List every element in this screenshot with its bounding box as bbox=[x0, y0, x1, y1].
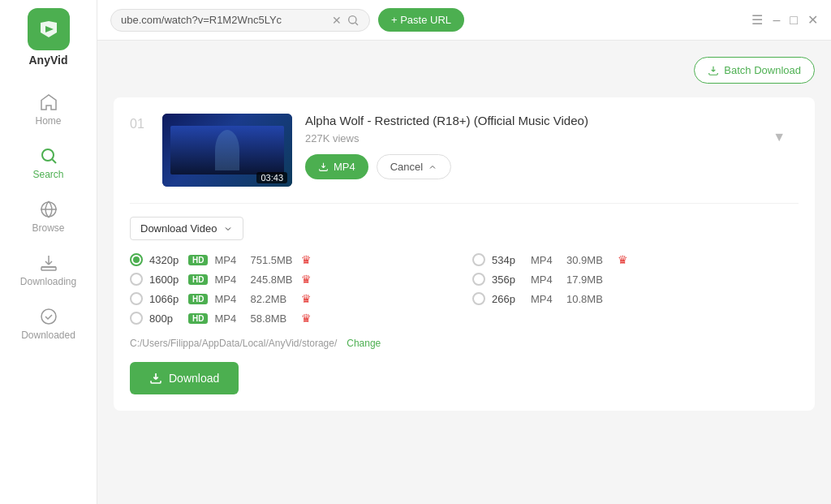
cancel-button[interactable]: Cancel bbox=[377, 154, 451, 179]
menu-button[interactable]: ☰ bbox=[751, 12, 763, 28]
paste-url-button[interactable]: + Paste URL bbox=[378, 8, 464, 32]
svg-point-0 bbox=[42, 149, 54, 161]
home-icon bbox=[39, 93, 58, 112]
browse-icon bbox=[39, 200, 58, 219]
downloaded-icon bbox=[39, 307, 58, 326]
download-button[interactable]: Download bbox=[130, 362, 239, 394]
quality-row-1600p[interactable]: 1600p HD MP4 245.8MB ♛ bbox=[130, 273, 456, 286]
titlebar: ube.com/watch?v=R1M2Wnc5LYc ✕ + Paste UR… bbox=[97, 0, 831, 41]
downloading-icon bbox=[39, 253, 58, 273]
premium-icon: ♛ bbox=[301, 273, 312, 286]
sidebar: AnyVid Home Search Browse Downloading bbox=[0, 0, 97, 504]
quality-row-1066p[interactable]: 1066p HD MP4 82.2MB ♛ bbox=[130, 292, 456, 305]
premium-icon: ♛ bbox=[618, 253, 628, 266]
download-icon bbox=[318, 162, 329, 172]
video-info: Alpha Wolf - Restricted (R18+) (Official… bbox=[305, 114, 799, 179]
svg-point-5 bbox=[349, 15, 356, 23]
radio-534p[interactable] bbox=[472, 253, 485, 266]
sidebar-item-downloading[interactable]: Downloading bbox=[0, 243, 97, 297]
video-thumbnail: 03:43 bbox=[162, 114, 292, 187]
video-header: 01 bbox=[130, 114, 799, 187]
quality-row-534p[interactable]: 534p MP4 30.9MB ♛ bbox=[472, 253, 799, 266]
logo-icon bbox=[28, 8, 70, 50]
radio-4320p[interactable] bbox=[130, 253, 143, 266]
close-button[interactable]: ✕ bbox=[807, 12, 818, 28]
maximize-button[interactable]: □ bbox=[790, 13, 798, 28]
card-expand-icon[interactable]: ▼ bbox=[773, 130, 786, 144]
logo-area: AnyVid bbox=[28, 8, 70, 67]
svg-rect-3 bbox=[41, 267, 56, 270]
content-area: Batch Download ▼ 01 bbox=[97, 41, 831, 504]
radio-800p[interactable] bbox=[130, 312, 143, 325]
svg-line-6 bbox=[355, 23, 358, 25]
download-button-icon bbox=[149, 372, 162, 385]
svg-point-4 bbox=[41, 309, 56, 324]
dropdown-arrow-icon bbox=[223, 224, 233, 234]
svg-line-1 bbox=[52, 160, 56, 164]
minimize-button[interactable]: – bbox=[773, 13, 780, 28]
quality-row-4320p[interactable]: 4320p HD MP4 751.5MB ♛ bbox=[130, 253, 456, 266]
storage-path: C:/Users/Filippa/AppData/Local/AnyVid/st… bbox=[130, 338, 337, 349]
chevron-up-icon bbox=[428, 162, 437, 172]
batch-download-icon bbox=[708, 65, 719, 76]
video-title: Alpha Wolf - Restricted (R18+) (Official… bbox=[305, 114, 799, 127]
app-name: AnyVid bbox=[29, 54, 68, 67]
video-card: ▼ 01 bbox=[114, 97, 815, 411]
url-search-icon[interactable] bbox=[347, 14, 360, 27]
batch-download-button[interactable]: Batch Download bbox=[694, 57, 815, 84]
video-number: 01 bbox=[130, 114, 149, 131]
sidebar-item-home[interactable]: Home bbox=[0, 83, 97, 136]
radio-266p[interactable] bbox=[472, 292, 485, 305]
titlebar-controls: ☰ – □ ✕ bbox=[751, 12, 818, 28]
video-duration: 03:43 bbox=[256, 172, 287, 183]
video-views: 227K views bbox=[305, 132, 799, 144]
quality-row-800p[interactable]: 800p HD MP4 58.8MB ♛ bbox=[130, 312, 456, 325]
storage-row: C:/Users/Filippa/AppData/Local/AnyVid/st… bbox=[130, 338, 799, 349]
premium-icon: ♛ bbox=[301, 312, 312, 325]
main-area: ube.com/watch?v=R1M2Wnc5LYc ✕ + Paste UR… bbox=[97, 0, 831, 504]
url-clear-icon[interactable]: ✕ bbox=[332, 14, 342, 27]
premium-icon: ♛ bbox=[301, 292, 312, 305]
mp4-button[interactable]: MP4 bbox=[305, 154, 368, 179]
change-storage-button[interactable]: Change bbox=[347, 338, 381, 349]
sidebar-item-search[interactable]: Search bbox=[0, 136, 97, 190]
download-type-row: Download Video bbox=[130, 217, 799, 240]
sidebar-item-downloaded[interactable]: Downloaded bbox=[0, 297, 97, 351]
search-icon bbox=[39, 146, 58, 166]
quality-left-col: 4320p HD MP4 751.5MB ♛ 1600p HD MP4 245.… bbox=[130, 253, 456, 325]
quality-grid: 4320p HD MP4 751.5MB ♛ 1600p HD MP4 245.… bbox=[130, 253, 799, 325]
quality-row-356p[interactable]: 356p MP4 17.9MB bbox=[472, 273, 799, 286]
premium-icon: ♛ bbox=[301, 253, 312, 266]
quality-right-col: 534p MP4 30.9MB ♛ 356p MP4 17.9MB bbox=[472, 253, 799, 325]
radio-356p[interactable] bbox=[472, 273, 485, 286]
url-bar: ube.com/watch?v=R1M2Wnc5LYc ✕ bbox=[110, 9, 370, 32]
download-type-dropdown[interactable]: Download Video bbox=[130, 217, 243, 240]
quality-row-266p[interactable]: 266p MP4 10.8MB bbox=[472, 292, 799, 305]
radio-1600p[interactable] bbox=[130, 273, 143, 286]
sidebar-item-browse[interactable]: Browse bbox=[0, 190, 97, 243]
url-text: ube.com/watch?v=R1M2Wnc5LYc bbox=[121, 14, 327, 26]
radio-1066p[interactable] bbox=[130, 292, 143, 305]
video-actions: MP4 Cancel bbox=[305, 154, 799, 179]
